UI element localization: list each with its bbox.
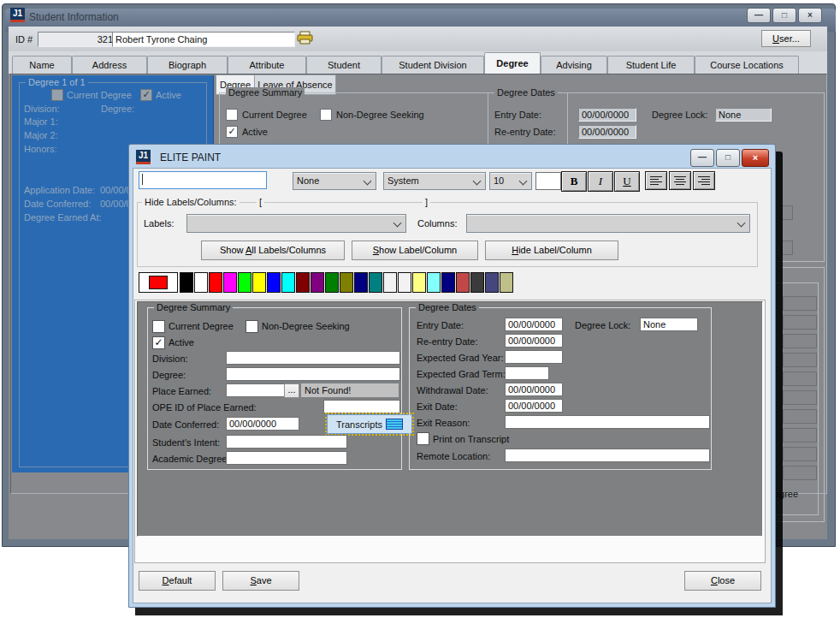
paint-non-degree-checkbox[interactable] (245, 320, 258, 333)
color-swatch[interactable] (412, 272, 426, 293)
user-button[interactable]: User... (761, 30, 811, 47)
paint-students-intent-input[interactable] (226, 435, 347, 449)
tab-degree[interactable]: Degree (484, 52, 541, 74)
paint-degree-lock-input[interactable]: None (640, 318, 698, 331)
paint-degree-input[interactable] (226, 367, 400, 381)
color-swatch[interactable] (325, 272, 339, 293)
print-icon[interactable] (297, 31, 314, 47)
color-swatch[interactable] (209, 272, 222, 293)
color-swatch[interactable] (267, 272, 281, 293)
paint-expected-grad-year-input[interactable] (505, 350, 563, 364)
color-swatch[interactable] (223, 272, 237, 293)
color-swatch[interactable] (456, 272, 470, 293)
honors-label: Honors: (24, 144, 57, 154)
tab-name[interactable]: Name (12, 56, 72, 74)
id-label: ID # (15, 34, 33, 45)
color-swatch[interactable] (470, 272, 484, 293)
paint-expected-grad-term-input[interactable] (505, 366, 549, 380)
close-button[interactable]: × (798, 8, 822, 23)
bold-button[interactable]: B (561, 171, 587, 192)
color-swatch[interactable] (427, 272, 441, 293)
minimize-button[interactable]: — (747, 8, 771, 23)
paint-reentry-date-input[interactable]: 00/00/0000 (505, 334, 563, 348)
paint-non-degree-label: Non-Degree Seeking (262, 321, 350, 331)
show-all-labels-columns-button[interactable]: Show All Labels/Columns (201, 241, 345, 260)
maximize-button[interactable]: □ (772, 8, 796, 23)
font-dropdown[interactable]: System (383, 172, 486, 190)
tab-student-life[interactable]: Student Life (607, 56, 695, 74)
color-swatch[interactable] (311, 272, 324, 293)
window-title: Student Information (29, 11, 119, 23)
active-checkbox[interactable] (140, 89, 152, 101)
align-right-button[interactable] (693, 171, 715, 190)
bg-current-degree-checkbox[interactable] (226, 109, 238, 121)
dialog-minimize-button[interactable]: — (690, 149, 714, 167)
tab-advising[interactable]: Advising (541, 56, 607, 74)
paint-active-checkbox[interactable] (152, 336, 165, 349)
transcripts-button[interactable]: Transcripts (327, 414, 412, 434)
student-name-field[interactable]: Robert Tyrone Chaing (112, 32, 295, 47)
bg-field-fragment (783, 334, 817, 348)
color-swatch[interactable] (354, 272, 368, 293)
paint-division-input[interactable] (226, 351, 400, 365)
color-swatch[interactable] (238, 272, 251, 293)
bracket-close: ] (423, 197, 430, 207)
color-swatch[interactable] (340, 272, 353, 293)
tab-student-division[interactable]: Student Division (382, 56, 484, 74)
save-button[interactable]: Save (222, 571, 299, 591)
color-swatch[interactable] (252, 272, 266, 293)
style-dropdown[interactable]: None (293, 172, 376, 190)
hide-label-column-button[interactable]: Hide Label/Column (485, 241, 618, 260)
paint-text-input[interactable] (139, 171, 267, 189)
paint-print-on-transcript-checkbox[interactable] (417, 432, 429, 445)
bg-field-fragment (783, 466, 817, 480)
place-earned-browse-button[interactable]: ... (284, 383, 299, 398)
labels-label: Labels: (144, 218, 174, 229)
tab-address[interactable]: Address (72, 56, 147, 74)
paint-place-earned-input[interactable] (226, 383, 286, 397)
paint-current-degree-checkbox[interactable] (152, 320, 165, 333)
paint-withdrawal-date-input[interactable]: 00/00/0000 (505, 383, 563, 396)
color-swatch[interactable] (398, 272, 411, 293)
id-field[interactable]: 321 (38, 32, 116, 47)
dialog-close-button[interactable]: × (742, 149, 769, 167)
color-swatch[interactable] (296, 272, 310, 293)
color-swatch[interactable] (180, 272, 193, 293)
color-swatch[interactable] (281, 272, 295, 293)
labels-dropdown[interactable] (186, 214, 406, 233)
paint-date-conferred-input[interactable]: 00/00/0000 (226, 417, 299, 431)
dialog-maximize-button[interactable]: □ (716, 149, 740, 167)
color-swatch[interactable] (369, 272, 382, 293)
tab-attribute[interactable]: Attribute (228, 56, 306, 74)
tab-biograph[interactable]: Biograph (147, 56, 228, 74)
paint-exit-date-input[interactable]: 00/00/0000 (505, 399, 563, 413)
color-swatch[interactable] (383, 272, 397, 293)
paint-academic-degree-input[interactable] (226, 451, 347, 465)
font-size-dropdown[interactable]: 10 (489, 172, 532, 190)
bg-reentry-date-field[interactable]: 00/00/0000 (578, 125, 636, 139)
tab-course-locations[interactable]: Course Locations (695, 56, 799, 74)
dialog-close-footer-button[interactable]: Close (684, 571, 761, 591)
paint-exit-reason-input[interactable] (505, 415, 710, 429)
paint-remote-location-input[interactable] (505, 449, 710, 462)
bg-degree-lock-field[interactable]: None (715, 108, 772, 122)
color-swatch[interactable] (441, 272, 455, 293)
tab-student[interactable]: Student (306, 56, 382, 74)
paint-entry-date-input[interactable]: 00/00/0000 (505, 318, 563, 331)
underline-button[interactable]: U (614, 171, 640, 192)
bg-active-checkbox[interactable] (226, 126, 238, 138)
current-degree-checkbox[interactable] (51, 89, 63, 101)
color-swatch[interactable] (485, 272, 499, 293)
bg-entry-date-field[interactable]: 00/00/0000 (578, 108, 636, 122)
italic-button[interactable]: I (588, 171, 613, 192)
default-button[interactable]: Default (139, 571, 216, 591)
color-preview-box[interactable] (535, 172, 561, 190)
align-left-button[interactable] (645, 171, 667, 190)
paint-ope-id-input[interactable] (323, 400, 400, 413)
align-center-button[interactable] (669, 171, 691, 190)
show-label-column-button[interactable]: Show Label/Column (352, 241, 478, 260)
color-swatch[interactable] (194, 272, 208, 293)
bg-non-degree-checkbox[interactable] (320, 109, 332, 121)
color-swatch[interactable] (500, 272, 513, 293)
columns-dropdown[interactable] (466, 214, 750, 233)
